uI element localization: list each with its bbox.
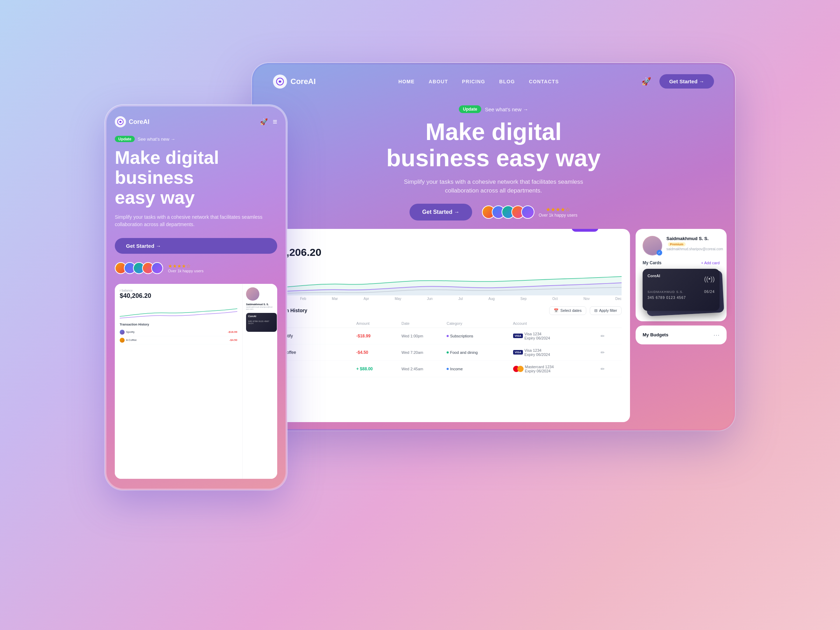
mobile-update-link[interactable]: See what's new → [137, 136, 175, 142]
hero-title: Make digital business easy way [273, 118, 714, 171]
profile-card: ✓ Saidmakhmud S. S. Premium saidmakhmud.… [636, 229, 726, 321]
my-cards-header: My Cards + Add card [643, 261, 720, 265]
mc-circle-orange [517, 366, 524, 372]
tab-business[interactable]: Business [572, 229, 598, 232]
select-dates-button[interactable]: 📅 Select dates [549, 306, 586, 315]
hero-subtitle: Simplify your tasks with a cohesive netw… [399, 177, 588, 195]
nav-link-contacts[interactable]: CONTACTS [529, 79, 559, 84]
apply-filter-label: Apply filter [599, 308, 617, 313]
edit-icon-3[interactable]: ✏ [601, 366, 622, 372]
profile-name-text: Saidmakhmud S. S. [666, 236, 709, 241]
dashboard-main-panel: r balance Personal Business Credit $40,2… [261, 229, 630, 422]
balance-chart [269, 264, 622, 295]
balance-amount: $40,206.20 [269, 246, 622, 258]
table-row: Spotify -$18.99 Wed 1:00pm Subscriptions… [269, 328, 622, 344]
th-account: Account [513, 321, 598, 325]
txn-category-spotify: Subscriptions [447, 334, 510, 338]
mobile-profile-email: saidmakhmud.sharipov@coreai.com [246, 306, 274, 310]
premium-badge: Premium [668, 242, 686, 246]
nav-links: HOME ABOUT PRICING BLOG CONTACTS [398, 79, 559, 84]
credit-card-front: CoreAI ((•)) SAIDMAKHMUD S.S. 06/24 345 … [643, 269, 720, 311]
budgets-more-button[interactable]: ⋯ [713, 331, 720, 339]
txn-date-spotify: Wed 1:00pm [401, 334, 444, 338]
profile-email: saidmakhmud.sharipov@coreai.com [666, 247, 723, 251]
transaction-actions: 📅 Select dates ⊟ Apply filter [549, 306, 622, 315]
mobile-txn-title: Transaction History [120, 323, 237, 326]
txn-account-spotify: VISA Visa 1234 Expiry 06/2024 [513, 332, 598, 340]
txn-cat-label-spotify: Subscriptions [450, 334, 473, 338]
main-scene: CoreAI HOME ABOUT PRICING BLOG CONTACTS … [105, 35, 735, 595]
txn-cat-label-income: Income [450, 367, 463, 371]
select-dates-label: Select dates [561, 308, 582, 313]
mobile-txn-label-1: Spotify [126, 330, 134, 333]
nav-cta-button[interactable]: Get Started → [659, 74, 714, 88]
mobile-hero-subtitle: Simplify your tasks with a cohesive netw… [115, 213, 277, 228]
add-card-button[interactable]: + Add card [701, 261, 720, 265]
txn-table-header: nsaction Amount Date Category Account [269, 319, 622, 328]
star-rating: ★★★★☆ [538, 206, 578, 213]
mobile-hero-title: Make digitalbusinesseasy way [115, 148, 277, 208]
edit-icon-1[interactable]: ✏ [601, 333, 622, 339]
profile-header: ✓ Saidmakhmud S. S. Premium saidmakhmud.… [643, 236, 720, 256]
table-row: + $88.00 Wed 2:45am Income [269, 361, 622, 377]
card-number-display: 345 6789 0123 4567 [647, 296, 715, 300]
hero-cta-button[interactable]: Get Started → [409, 204, 472, 221]
tablet-device: CoreAI HOME ABOUT PRICING BLOG CONTACTS … [252, 63, 735, 431]
card-number-front: SAIDMAKHMUD S.S. 06/24 [647, 290, 715, 294]
account-expiry-1: Expiry 06/2024 [524, 336, 550, 340]
mobile-update-badge: Update [115, 136, 135, 142]
nav-link-blog[interactable]: BLOG [499, 79, 515, 84]
apply-filter-button[interactable]: ⊟ Apply filter [590, 306, 622, 315]
mobile-user-info: ★★★★☆ Over 1k happy users [168, 263, 204, 273]
rocket-icon: 🚀 [641, 77, 651, 86]
update-badge-row: Update See what's new → [273, 105, 714, 113]
budgets-title: My Budgets [643, 332, 668, 337]
nav-link-about[interactable]: ABOUT [429, 79, 448, 84]
mobile-menu-icon[interactable]: ≡ [273, 117, 277, 126]
txn-category-coffee: Food and dining [447, 351, 510, 355]
th-amount: Amount [356, 321, 399, 325]
mobile-rocket-icon: 🚀 [260, 118, 268, 126]
nav-right: 🚀 Get Started → [641, 74, 714, 88]
user-count: Over 1k happy users [538, 213, 578, 218]
logo-icon [273, 74, 287, 88]
txn-account-income: Mastercard 1234 Expiry 06/2024 [513, 365, 598, 373]
mobile-chart [120, 302, 237, 320]
update-link[interactable]: See what's new → [485, 106, 528, 112]
dashboard-sidebar: ✓ Saidmakhmud S. S. Premium saidmakhmud.… [636, 229, 726, 422]
mobile-nav-right: 🚀 ≡ [260, 117, 277, 126]
visa-badge: VISA [513, 333, 523, 338]
tab-credit[interactable]: Credit [601, 229, 622, 232]
mobile-dash-inner: r balance $40,206.20 Transaction History [115, 284, 277, 479]
budgets-header: My Budgets ⋯ [643, 331, 720, 339]
th-actions [601, 321, 622, 325]
nav-link-home[interactable]: HOME [398, 79, 414, 84]
card-expiry-label: 06/24 [704, 290, 715, 294]
mobile-txn-amount-2: -$4.50 [229, 338, 237, 342]
tablet-screen: CoreAI HOME ABOUT PRICING BLOG CONTACTS … [253, 65, 734, 429]
account-expiry-3: Expiry 06/2024 [525, 369, 554, 373]
tab-personal[interactable]: Personal [543, 229, 570, 232]
hero-actions: Get Started → ★★★★☆ Over 1k happy users [273, 204, 714, 221]
balance-header: r balance Personal Business Credit [269, 237, 622, 243]
calendar-icon: 📅 [554, 308, 559, 313]
mobile-nav: CoreAI 🚀 ≡ [115, 116, 277, 127]
chart-months: JanFebMarAprMayJun JulAugSepOctNovDec [269, 297, 622, 301]
mastercard-badge [513, 366, 524, 372]
nav-logo: CoreAI [273, 74, 316, 88]
card-tabs: Personal Business Credit [543, 229, 622, 232]
credit-cards-stack: CoreAI 4567 8901 2345 6789 CoreAI ((•)) [643, 269, 720, 314]
nav-link-pricing[interactable]: PRICING [462, 79, 485, 84]
cat-dot-purple [447, 335, 449, 337]
mobile-txn-dot-1 [120, 330, 125, 335]
edit-icon-2[interactable]: ✏ [601, 350, 622, 355]
account-expiry-2: Expiry 06/2024 [524, 352, 550, 357]
mobile-table-row: A Coffee -$4.50 [120, 336, 237, 344]
txn-cat-label-coffee: Food and dining [450, 351, 478, 355]
mobile-avatar-stack [115, 262, 163, 274]
profile-name: Saidmakhmud S. S. Premium [666, 236, 723, 246]
mobile-txn-name-1: Spotify [120, 330, 134, 335]
table-row: A Coffee -$4.50 Wed 7:20am Food and dini… [269, 344, 622, 361]
mobile-profile-avatar [246, 287, 259, 301]
mobile-cta-button[interactable]: Get Started → [115, 238, 277, 254]
